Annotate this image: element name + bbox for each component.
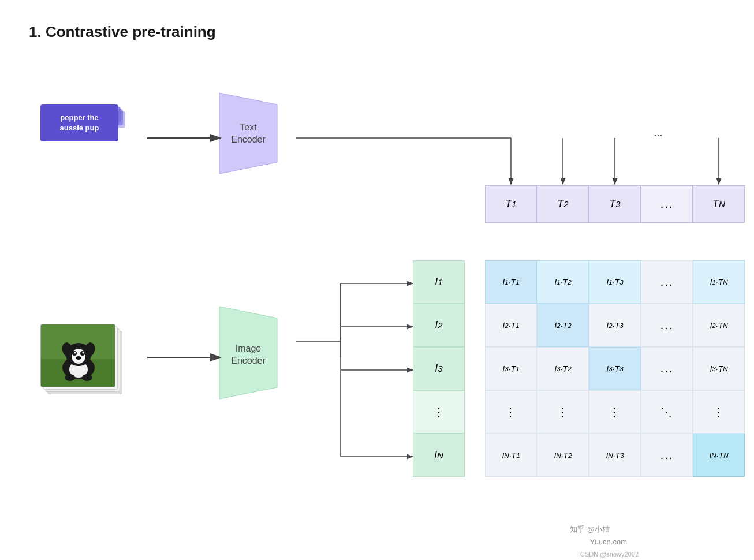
cell-n3: IN·T3 [589, 434, 641, 477]
cell-22: I2·T2 [537, 304, 589, 347]
cell-nn: IN·TN [693, 434, 745, 477]
matrix-row-2: I2·T1 I2·T2 I2·T3 ... I2·TN [485, 304, 745, 347]
cell-d2: ⋮ [537, 390, 589, 434]
watermark-csdn: CSDN @snowy2002 [580, 551, 639, 558]
cell-3n: I3·TN [693, 347, 745, 390]
i2-cell: I2 [413, 304, 465, 347]
t-dots-cell: ... [641, 185, 693, 223]
image-encoder-shape: Image Encoder [202, 301, 294, 407]
cell-1dots: ... [641, 260, 693, 304]
svg-text:Image: Image [236, 344, 262, 353]
diagram: pepper the aussie pup Text Encoder [29, 70, 725, 560]
i-dots-cell: ⋮ [413, 390, 465, 434]
t1-cell: T1 [485, 185, 537, 223]
matrix-row-n: IN·T1 IN·T2 IN·T3 ... IN·TN [485, 434, 745, 477]
cell-3dots: ... [641, 347, 693, 390]
svg-marker-0 [219, 93, 277, 174]
watermark-yuucn: Yuucn.com [590, 537, 627, 546]
svg-point-13 [76, 356, 81, 360]
svg-text:Text: Text [240, 122, 257, 132]
watermark-zhihu: 知乎 @小桔 [570, 524, 610, 535]
page-title: 1. Contrastive pre-training [29, 23, 725, 41]
dog-image [40, 324, 115, 387]
cell-ndots: ... [641, 434, 693, 477]
t2-cell: T2 [537, 185, 589, 223]
svg-point-17 [82, 374, 92, 381]
cell-33: I3·T3 [589, 347, 641, 390]
cell-1n: I1·TN [693, 260, 745, 304]
cell-dn: ⋮ [693, 390, 745, 434]
cell-12: I1·T2 [537, 260, 589, 304]
cell-n1: IN·T1 [485, 434, 537, 477]
cell-31: I3·T1 [485, 347, 537, 390]
svg-point-12 [83, 352, 84, 354]
svg-point-16 [65, 374, 75, 381]
svg-point-11 [74, 352, 76, 354]
i1-cell: I1 [413, 260, 465, 304]
i3-cell: I3 [413, 347, 465, 390]
t3-cell: T3 [589, 185, 641, 223]
cell-21: I2·T1 [485, 304, 537, 347]
product-matrix: I1·T1 I1·T2 I1·T3 ... I1·TN I2·T1 I2·T2 … [485, 260, 745, 477]
cell-11: I1·T1 [485, 260, 537, 304]
matrix-row-3: I3·T1 I3·T2 I3·T3 ... I3·TN [485, 347, 745, 390]
matrix-row-1: I1·T1 I1·T2 I1·T3 ... I1·TN [485, 260, 745, 304]
text-encoder-shape: Text Encoder [202, 87, 294, 182]
cell-13: I1·T3 [589, 260, 641, 304]
i-vectors-col: I1 I2 I3 ⋮ IN [413, 260, 465, 477]
cell-d3: ⋮ [589, 390, 641, 434]
svg-text:Encoder: Encoder [231, 135, 266, 144]
svg-text:...: ... [654, 127, 662, 139]
cell-2n: I2·TN [693, 304, 745, 347]
cell-n2: IN·T2 [537, 434, 589, 477]
t-vectors-row: T1 T2 T3 ... TN [485, 185, 745, 223]
tn-cell: TN [693, 185, 745, 223]
main-container: 1. Contrastive pre-training pepper the a… [0, 0, 754, 560]
cell-23: I2·T3 [589, 304, 641, 347]
text-card-main: pepper the aussie pup [40, 104, 118, 141]
in-cell: IN [413, 434, 465, 477]
cell-d1: ⋮ [485, 390, 537, 434]
cell-2dots: ... [641, 304, 693, 347]
cell-32: I3·T2 [537, 347, 589, 390]
cell-dd: ⋱ [641, 390, 693, 434]
svg-text:Encoder: Encoder [231, 356, 266, 365]
matrix-row-dots: ⋮ ⋮ ⋮ ⋱ ⋮ [485, 390, 745, 434]
